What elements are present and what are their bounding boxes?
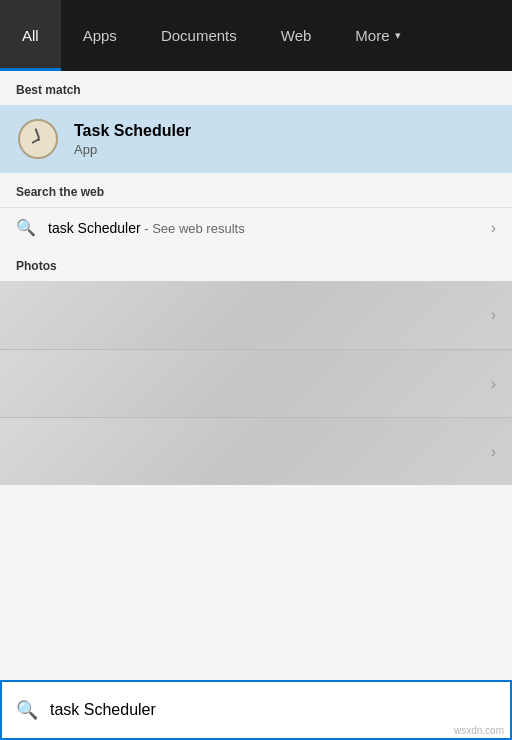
chevron-right-icon: ›: [491, 375, 496, 393]
tab-more-label: More: [355, 27, 389, 44]
photo-result-3[interactable]: ›: [0, 417, 512, 485]
search-icon: 🔍: [16, 218, 36, 237]
tab-documents-label: Documents: [161, 27, 237, 44]
web-search-item[interactable]: 🔍 task Scheduler - See web results ›: [0, 207, 512, 247]
app-info: Task Scheduler App: [74, 122, 191, 157]
see-results-text: - See web results: [141, 221, 245, 236]
clock-center-dot: [37, 138, 40, 141]
search-bar: 🔍: [0, 680, 512, 740]
web-search-text: task Scheduler - See web results: [48, 220, 491, 236]
chevron-right-icon: ›: [491, 306, 496, 324]
app-type: App: [74, 142, 191, 157]
tab-documents[interactable]: Documents: [139, 0, 259, 71]
tab-all-label: All: [22, 27, 39, 44]
app-icon-wrapper: [16, 117, 60, 161]
tab-more[interactable]: More ▾: [333, 0, 422, 71]
web-search-label: Search the web: [0, 173, 512, 207]
web-search-query: task Scheduler: [48, 220, 141, 236]
tab-web-label: Web: [281, 27, 312, 44]
tab-all[interactable]: All: [0, 0, 61, 71]
photos-label: Photos: [0, 247, 512, 281]
tab-web[interactable]: Web: [259, 0, 334, 71]
search-results-panel: Best match Task Scheduler App Search the…: [0, 71, 512, 680]
chevron-right-icon: ›: [491, 443, 496, 461]
best-match-item[interactable]: Task Scheduler App: [0, 105, 512, 173]
photo-result-1[interactable]: ›: [0, 281, 512, 349]
app-name: Task Scheduler: [74, 122, 191, 140]
photo-result-2[interactable]: ›: [0, 349, 512, 417]
top-navigation: All Apps Documents Web More ▾: [0, 0, 512, 71]
task-scheduler-icon: [18, 119, 58, 159]
search-input[interactable]: [50, 701, 496, 719]
tab-apps-label: Apps: [83, 27, 117, 44]
best-match-label: Best match: [0, 71, 512, 105]
search-bar-icon: 🔍: [16, 699, 38, 721]
tab-apps[interactable]: Apps: [61, 0, 139, 71]
chevron-right-icon: ›: [491, 219, 496, 237]
chevron-down-icon: ▾: [395, 29, 401, 42]
photos-section: Photos › › ›: [0, 247, 512, 485]
